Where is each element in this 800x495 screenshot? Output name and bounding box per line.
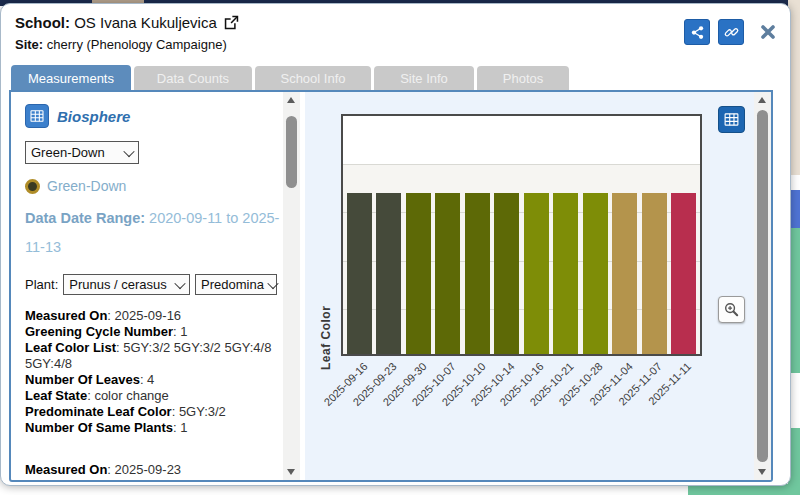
- measurement-field: Greening Cycle Number: 1: [25, 478, 277, 480]
- chart-x-axis-labels: 2025-09-162025-09-232025-09-302025-10-07…: [341, 360, 702, 440]
- measurement-list: Measured On: 2025-09-16Greening Cycle Nu…: [25, 308, 277, 480]
- chart-bar[interactable]: [347, 193, 372, 354]
- share-button[interactable]: [684, 19, 710, 45]
- chart-bar[interactable]: [435, 193, 460, 354]
- leaf-color-bar-chart: [341, 114, 702, 356]
- section-title: Biosphere: [57, 108, 130, 125]
- left-panel-scrollbar[interactable]: [283, 92, 300, 480]
- chart-y-axis-label: Leaf Color: [319, 210, 333, 370]
- legend-item-green-down: Green-Down: [25, 178, 277, 194]
- share-icon: [689, 24, 706, 41]
- chart-bar[interactable]: [376, 193, 401, 354]
- protocol-select-value: Green-Down: [31, 145, 105, 160]
- measurement-field: Measured On: 2025-09-16: [25, 308, 277, 324]
- scrollbar-thumb[interactable]: [286, 116, 297, 188]
- school-label: School:: [15, 14, 70, 31]
- measurement-field: Number Of Leaves: 4: [25, 372, 277, 388]
- plant-attribute-select[interactable]: Predomina: [195, 274, 277, 295]
- tab-data-counts[interactable]: Data Counts: [134, 66, 252, 91]
- chart-bar[interactable]: [553, 193, 578, 354]
- tab-photos[interactable]: Photos: [477, 66, 569, 91]
- chart-bar[interactable]: [583, 193, 608, 354]
- site-value: cherry (Phenology Campaigne): [47, 37, 227, 52]
- plant-select[interactable]: Prunus / cerasus: [63, 274, 190, 295]
- chart-bar[interactable]: [671, 193, 696, 354]
- green-down-marker-icon: [25, 179, 40, 194]
- data-date-range: Data Date Range: 2020-09-11 to 2025-11-1…: [25, 204, 281, 262]
- protocol-select[interactable]: Green-Down: [25, 141, 139, 164]
- link-icon: [723, 24, 740, 41]
- magnifier-plus-icon: [723, 301, 740, 318]
- tab-bar: Measurements Data Counts School Info Sit…: [11, 65, 569, 91]
- chart-panel: Leaf Color 2025-09-162025-09-232025-09-3…: [300, 92, 754, 480]
- measurement-field: Number Of Same Plants: 1: [25, 420, 277, 436]
- plant-attribute-select-value: Predomina: [201, 277, 264, 292]
- chart-bar[interactable]: [494, 193, 519, 354]
- table-icon: [29, 108, 45, 124]
- chart-bar[interactable]: [406, 193, 431, 354]
- scroll-down-arrow[interactable]: [287, 469, 295, 475]
- site-label: Site:: [15, 37, 43, 52]
- close-button[interactable]: [756, 20, 780, 44]
- chart-bar[interactable]: [642, 193, 667, 354]
- dialog-actions: [684, 19, 780, 45]
- scroll-down-arrow[interactable]: [758, 469, 766, 475]
- measurement-field: Leaf Color List: 5GY:3/2 5GY:3/2 5GY:4/8…: [25, 340, 277, 372]
- tab-site-info[interactable]: Site Info: [374, 66, 474, 91]
- scrollbar-thumb[interactable]: [757, 110, 768, 462]
- table-icon: [723, 111, 740, 128]
- link-button[interactable]: [718, 19, 744, 45]
- tab-measurements[interactable]: Measurements: [11, 65, 131, 91]
- plant-label: Plant:: [25, 277, 58, 292]
- tab-school-info[interactable]: School Info: [255, 66, 371, 91]
- measurement-field: Measured On: 2025-09-23: [25, 462, 277, 478]
- school-name: OS Ivana Kukuljevica: [74, 14, 217, 31]
- measurements-tab-content: Biosphere Green-Down Green-Down Data Dat…: [9, 90, 773, 482]
- chart-bar[interactable]: [612, 193, 637, 354]
- plant-select-value: Prunus / cerasus: [69, 277, 167, 292]
- date-range-label: Data Date Range:: [25, 210, 145, 226]
- legend-label: Green-Down: [47, 178, 126, 194]
- dialog-header: School: OS Ivana Kukuljevica Site: cherr…: [15, 14, 240, 52]
- chevron-down-icon: [267, 277, 278, 288]
- chart-zoom-button[interactable]: [718, 296, 745, 323]
- scroll-up-arrow[interactable]: [287, 97, 295, 103]
- chart-bars: [347, 134, 696, 354]
- measurement-field: Greening Cycle Number: 1: [25, 324, 277, 340]
- plant-filter-row: Plant: Prunus / cerasus Predomina: [25, 274, 277, 295]
- chevron-down-icon: [123, 145, 134, 156]
- chart-bar[interactable]: [524, 193, 549, 354]
- measurement-field: Leaf State: color change: [25, 388, 277, 404]
- chart-table-view-button[interactable]: [718, 106, 745, 133]
- chart-panel-scrollbar[interactable]: [754, 92, 771, 480]
- chart-bar[interactable]: [465, 193, 490, 354]
- site-detail-dialog: School: OS Ivana Kukuljevica Site: cherr…: [0, 3, 791, 486]
- measurement-block: Measured On: 2025-09-23Greening Cycle Nu…: [25, 462, 277, 480]
- data-table-button[interactable]: [25, 104, 49, 128]
- scroll-up-arrow[interactable]: [758, 97, 766, 103]
- measurement-field: Predominate Leaf Color: 5GY:3/2: [25, 404, 277, 420]
- open-in-new-icon[interactable]: [223, 14, 240, 31]
- close-icon: [760, 24, 776, 40]
- measurement-block: Measured On: 2025-09-16Greening Cycle Nu…: [25, 308, 277, 436]
- chevron-down-icon: [174, 277, 185, 288]
- biosphere-panel: Biosphere Green-Down Green-Down Data Dat…: [11, 92, 283, 480]
